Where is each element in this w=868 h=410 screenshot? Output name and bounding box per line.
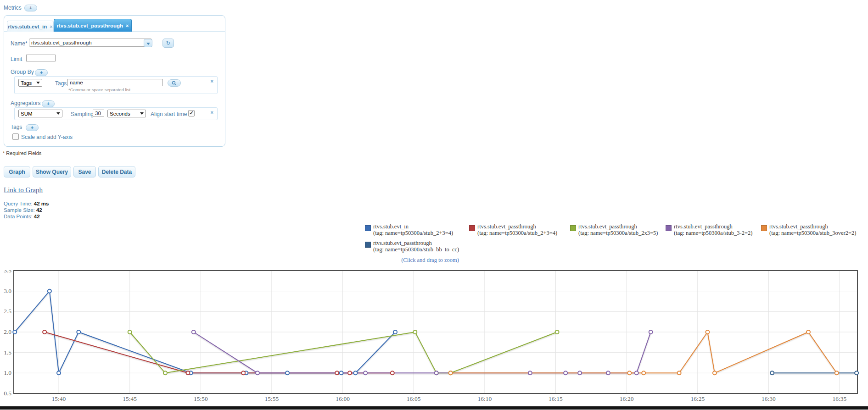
legend-swatch-icon <box>570 225 576 231</box>
data-point <box>286 371 289 375</box>
data-points-label: Data Points: <box>4 214 33 219</box>
select-value: Tags <box>21 80 32 86</box>
limit-input[interactable] <box>26 55 56 61</box>
x-tick-label: 15:55 <box>265 395 279 402</box>
remove-group-by-icon[interactable]: × <box>211 79 213 83</box>
data-point <box>192 330 196 334</box>
scale-y-axis-checkbox[interactable] <box>12 133 19 140</box>
tag-search-button[interactable] <box>168 79 181 87</box>
add-aggregator-button[interactable]: + <box>42 100 55 107</box>
search-icon <box>172 81 177 86</box>
group-by-row: Tags Tags *Comma or space separated list… <box>14 76 218 94</box>
legend-item: rtvs.stub.evt_passthrough(tag: name=tp50… <box>469 224 557 236</box>
data-point <box>335 371 339 375</box>
refresh-metric-button[interactable]: ↻ <box>162 39 174 48</box>
group-by-type-select[interactable]: Tags <box>18 79 42 87</box>
data-point <box>435 371 438 375</box>
tab-close-icon[interactable]: × <box>50 24 52 29</box>
save-button[interactable]: Save <box>73 166 96 177</box>
legend-item: rtvs.stub.evt_passthrough(tag: name=tp50… <box>666 224 752 236</box>
group-by-label: Group By <box>11 69 34 75</box>
legend-label: rtvs.stub.evt_passthrough(tag: name=tp50… <box>674 224 752 236</box>
data-point <box>364 371 367 375</box>
limit-label: Limit <box>11 56 22 62</box>
data-point <box>43 330 46 334</box>
metric-name-input[interactable] <box>29 39 152 47</box>
data-point <box>77 330 80 334</box>
x-tick-label: 16:05 <box>407 395 421 402</box>
sample-size-label: Sample Size: <box>4 207 35 213</box>
remove-aggregator-icon[interactable]: × <box>211 110 213 115</box>
data-point <box>528 371 532 375</box>
plus-icon: + <box>31 125 34 130</box>
chevron-down-icon <box>146 43 150 45</box>
x-tick-label: 15:40 <box>52 395 66 402</box>
align-start-time-label: Align start time <box>151 111 187 117</box>
data-point <box>413 330 417 334</box>
sample-size-value: 42 <box>36 207 42 213</box>
group-by-tags-input[interactable] <box>67 79 163 86</box>
select-arrow-icon <box>56 112 60 115</box>
data-point <box>635 371 638 375</box>
tab-evt-passthrough[interactable]: rtvs.stub.evt_passthrough × <box>54 19 132 32</box>
sampling-unit-select[interactable]: Seconds <box>107 110 146 117</box>
data-point <box>449 371 453 375</box>
required-fields-note: * Required Fields <box>3 150 41 156</box>
aggregators-label: Aggregators <box>11 100 40 106</box>
data-point <box>340 371 343 375</box>
sampling-value-input[interactable] <box>93 110 104 116</box>
add-group-by-button[interactable]: + <box>35 69 48 76</box>
data-points-row: Data Points: 42 <box>4 213 40 220</box>
button-label: Delete Data <box>102 169 132 175</box>
y-tick-label: 2.0 <box>4 328 11 335</box>
tab-evt-in[interactable]: rtvs.stub.evt_in × <box>7 21 54 32</box>
add-metric-button[interactable]: + <box>24 5 37 11</box>
button-label: Graph <box>9 169 25 175</box>
tab-close-icon[interactable]: × <box>126 23 129 28</box>
tags-hint: *Comma or space separated list <box>68 87 130 92</box>
data-point <box>186 371 190 375</box>
data-point <box>678 371 681 375</box>
y-tick-label: 2.5 <box>4 308 11 315</box>
metric-panel: rtvs.stub.evt_in × rtvs.stub.evt_passthr… <box>4 15 225 147</box>
y-tick-label: 1.0 <box>4 369 11 376</box>
x-tick-label: 16:10 <box>478 395 492 402</box>
data-point <box>564 371 567 375</box>
query-time-row: Query Time: 42 ms <box>4 200 49 207</box>
link-to-graph[interactable]: Link to Graph <box>4 186 43 194</box>
tab-label: rtvs.stub.evt_passthrough <box>57 23 123 28</box>
query-time-value: 42 ms <box>34 201 49 206</box>
legend-item: rtvs.stub.evt_passthrough(tag: name=tp50… <box>365 240 459 253</box>
legend-label: rtvs.stub.evt_passthrough(tag: name=tp50… <box>477 224 557 236</box>
data-point <box>348 371 352 375</box>
chart-canvas: 15:4015:4515:5015:5516:0016:0516:1016:15… <box>0 270 868 406</box>
select-value: Seconds <box>110 111 130 116</box>
data-point <box>393 330 397 334</box>
kairosdb-metrics-page: Metrics + rtvs.stub.evt_in × rtvs.stub.e… <box>0 0 868 410</box>
x-tick-label: 15:50 <box>194 395 208 402</box>
y-tick-label: 0.5 <box>4 390 11 397</box>
data-point <box>578 371 582 375</box>
legend-swatch-icon <box>469 225 475 231</box>
data-point <box>706 330 709 334</box>
y-tick-label: 3.0 <box>4 288 11 294</box>
bottom-divider-bar <box>0 406 868 410</box>
timeseries-chart[interactable]: 15:4015:4515:5015:5516:0016:0516:1016:15… <box>0 270 868 406</box>
select-arrow-icon <box>36 82 40 84</box>
drag-to-zoom-hint: (Click and drag to zoom) <box>357 257 504 264</box>
align-start-time-checkbox[interactable] <box>188 110 195 116</box>
data-point <box>13 330 17 334</box>
show-query-button[interactable]: Show Query <box>33 166 71 177</box>
graph-button[interactable]: Graph <box>4 166 30 177</box>
legend-item: rtvs.stub.evt_in(tag: name=tp50300a/stub… <box>365 224 453 236</box>
data-point <box>128 330 132 334</box>
name-dropdown-button[interactable] <box>144 39 152 47</box>
delete-data-button[interactable]: Delete Data <box>98 166 135 177</box>
data-point <box>806 330 810 334</box>
aggregator-select[interactable]: SUM <box>18 110 62 117</box>
sampling-label: Sampling <box>71 111 94 117</box>
button-label: Show Query <box>36 169 68 175</box>
add-tag-button[interactable]: + <box>26 124 39 131</box>
data-point <box>835 371 839 375</box>
name-label: Name* <box>11 40 28 47</box>
